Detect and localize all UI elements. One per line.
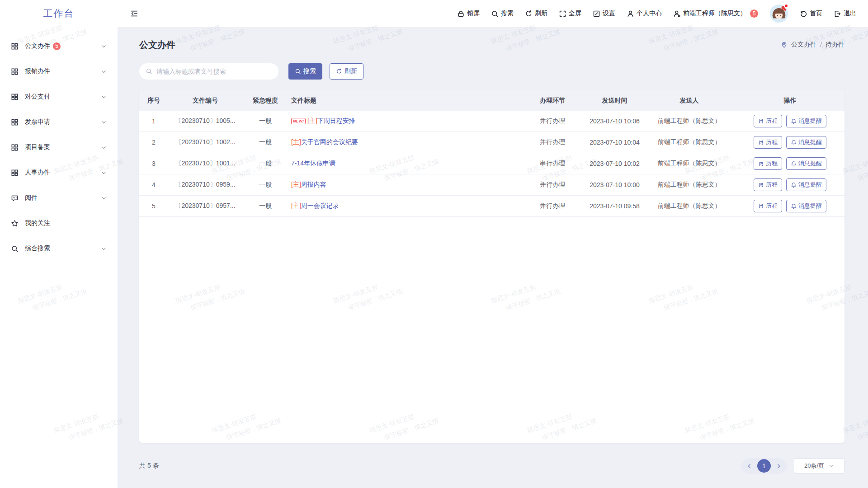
location-pin-icon [781, 42, 788, 48]
topbar-action-search[interactable]: 搜索 [491, 9, 514, 18]
back-home-icon [800, 10, 807, 18]
sender: 前端工程师（陈思文） [643, 160, 736, 168]
refresh-button-label: 刷新 [344, 67, 357, 75]
logout-button[interactable]: 退出 [834, 9, 856, 18]
row-index: 3 [139, 160, 168, 167]
col-header-index: 序号 [139, 97, 168, 105]
sidebar-item-hr-office[interactable]: 人事办件 [0, 160, 118, 185]
history-button[interactable]: 历程 [754, 157, 782, 170]
history-button[interactable]: 历程 [754, 178, 782, 191]
topbar-action-label: 搜索 [501, 9, 514, 18]
doc-title-link[interactable]: 周报内容 [301, 181, 326, 189]
chevron-down-icon [101, 43, 107, 49]
sidebar-item-project-filing[interactable]: 项目备案 [0, 135, 118, 160]
table-body: 1 〔20230710〕1005... 一般 NEW! [主] 下周日程安排 并… [139, 111, 844, 217]
doc-number: 〔20230710〕0957... [168, 202, 242, 210]
breadcrumb-separator: / [820, 41, 822, 48]
notify-button[interactable]: 消息提醒 [786, 157, 826, 170]
search-input[interactable] [139, 63, 278, 80]
table-row: 3 〔20230710〕1001... 一般 7-14年休假申请 串行办理 20… [139, 153, 844, 174]
topbar-action-lock-screen[interactable]: 锁屏 [457, 9, 480, 18]
grid-icon [11, 169, 19, 177]
col-header-step: 办理环节 [519, 97, 586, 105]
topbar-action-profile[interactable]: 个人中心 [627, 9, 662, 18]
doc-number: 〔20230710〕0959... [168, 181, 242, 189]
send-time: 2023-07-10 10:02 [586, 160, 643, 167]
sidebar-item-corporate-payment[interactable]: 对公支付 [0, 84, 118, 109]
send-time: 2023-07-10 10:06 [586, 117, 643, 125]
sidebar-item-label: 阅件 [25, 194, 38, 202]
current-page-indicator[interactable]: 1 [757, 459, 771, 473]
topbar-actions: 锁屏 搜索 刷新 全屏 设置 个人中心 [457, 9, 662, 18]
refresh-icon [525, 10, 533, 18]
row-actions: 历程 消息提醒 [736, 115, 844, 127]
search-row: 搜索 刷新 [139, 63, 844, 80]
notify-button[interactable]: 消息提醒 [786, 115, 826, 127]
row-actions: 历程 消息提醒 [736, 200, 844, 212]
sidebar-item-global-search[interactable]: 综合搜索 [0, 236, 118, 261]
sidebar-item-label: 公文办件 [25, 42, 50, 50]
lock-icon [457, 10, 465, 18]
sidebar-item-expense-office[interactable]: 报销办件 [0, 59, 118, 84]
row-index: 2 [139, 139, 168, 146]
table-row: 2 〔20230710〕1002... 一般 [主] 关于官网的会议纪要 并行办… [139, 132, 844, 153]
notify-button[interactable]: 消息提醒 [786, 178, 826, 191]
page-size-value: 20条/页 [804, 462, 824, 470]
grid-icon [11, 93, 19, 101]
sidebar-item-document-office[interactable]: 公文办件 5 [0, 33, 118, 59]
chevron-down-icon [101, 69, 107, 75]
fullscreen-icon [559, 10, 566, 18]
home-button[interactable]: 首页 [800, 9, 822, 18]
search-button[interactable]: 搜索 [288, 63, 322, 80]
chevron-down-icon [101, 94, 107, 100]
notification-dot [784, 4, 788, 8]
search-icon [11, 245, 19, 253]
topbar-action-label: 个人中心 [637, 9, 662, 18]
sidebar-item-reading-files[interactable]: 阅件 [0, 185, 118, 211]
sidebar-item-label: 我的关注 [25, 219, 50, 227]
prev-page-button[interactable] [746, 463, 752, 469]
refresh-button[interactable]: 刷新 [330, 63, 363, 80]
topbar-action-label: 锁屏 [467, 9, 480, 18]
fold-sidebar-icon[interactable] [130, 9, 138, 18]
chevron-down-icon [829, 463, 834, 469]
history-button[interactable]: 历程 [754, 136, 782, 149]
breadcrumb-section[interactable]: 公文办件 [791, 41, 816, 49]
page-size-select[interactable]: 20条/页 [794, 458, 844, 474]
process-step: 并行办理 [519, 138, 586, 146]
doc-title-link[interactable]: 7-14年休假申请 [291, 160, 335, 168]
topbar-action-fullscreen[interactable]: 全屏 [559, 9, 581, 18]
topbar-action-refresh[interactable]: 刷新 [525, 9, 547, 18]
notify-button[interactable]: 消息提醒 [786, 200, 826, 212]
main-doc-tag: [主] [291, 202, 301, 210]
row-actions: 历程 消息提醒 [736, 178, 844, 191]
bell-icon [791, 140, 797, 145]
sidebar-item-label: 人事办件 [25, 169, 50, 177]
account-menu[interactable]: 前端工程师（陈思文） 5 [673, 9, 758, 18]
topbar-right: 锁屏 搜索 刷新 全屏 设置 个人中心 前端工程师（陈思文） 5 [457, 4, 856, 23]
doc-title-link[interactable]: 下周日程安排 [317, 117, 355, 125]
account-name: 前端工程师（陈思文） [683, 9, 746, 18]
history-button[interactable]: 历程 [754, 115, 782, 127]
main-doc-tag: [主] [291, 138, 301, 146]
process-step: 串行办理 [519, 160, 586, 168]
user-avatar[interactable] [769, 4, 788, 23]
next-page-button[interactable] [776, 463, 782, 469]
row-actions: 历程 消息提醒 [736, 136, 844, 149]
sidebar-item-invoice-request[interactable]: 发票申请 [0, 109, 118, 135]
bell-icon [791, 182, 797, 188]
doc-title-link[interactable]: 关于官网的会议纪要 [301, 138, 358, 146]
main-column: 锁屏 搜索 刷新 全屏 设置 个人中心 前端工程师（陈思文） 5 [118, 0, 868, 488]
topbar-action-label: 全屏 [569, 9, 581, 18]
history-button[interactable]: 历程 [754, 200, 782, 212]
doc-title-link[interactable]: 周一会议记录 [301, 202, 339, 210]
notify-button[interactable]: 消息提醒 [786, 136, 826, 149]
topbar-action-settings[interactable]: 设置 [593, 9, 615, 18]
sidebar-item-my-follows[interactable]: 我的关注 [0, 211, 118, 236]
row-actions: 历程 消息提醒 [736, 157, 844, 170]
app-root: 工作台 公文办件 5 报销办件 对公支付 发票申请 项目备案 人事办件 [0, 0, 868, 488]
breadcrumb-current: 待办件 [826, 41, 844, 49]
pager: 1 [741, 458, 787, 474]
bell-icon [791, 118, 797, 124]
topbar-action-label: 设置 [603, 9, 615, 18]
